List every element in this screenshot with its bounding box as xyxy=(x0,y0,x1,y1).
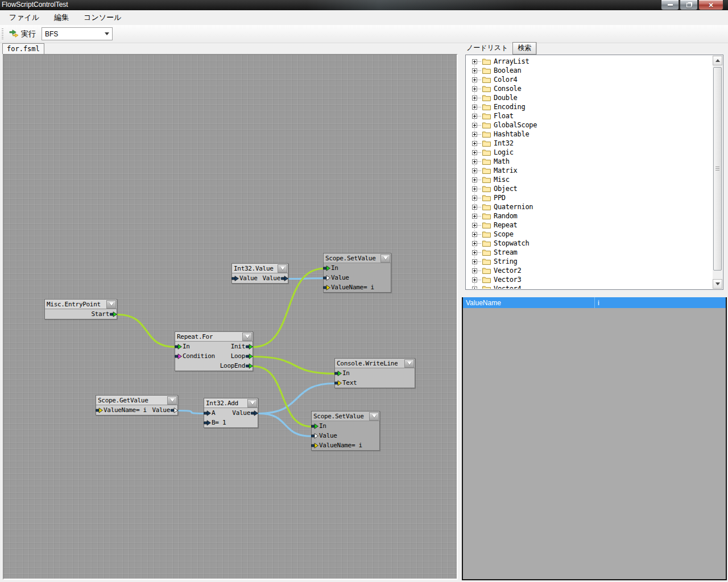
expand-plus-icon[interactable] xyxy=(472,259,477,264)
expand-plus-icon[interactable] xyxy=(472,177,477,182)
tree-item-hashtable[interactable]: Hashtable xyxy=(466,130,712,139)
output-port[interactable]: LoopEnd xyxy=(220,362,253,369)
output-port[interactable]: Value xyxy=(232,409,258,417)
node-title-bar[interactable]: Misc.EntryPoint xyxy=(45,300,117,309)
input-port[interactable]: Text xyxy=(334,379,357,386)
expand-plus-icon[interactable] xyxy=(472,241,477,246)
node-title-bar[interactable]: Scope.SetValue xyxy=(324,253,391,263)
expand-plus-icon[interactable] xyxy=(472,168,477,173)
input-port[interactable]: Condition xyxy=(175,352,215,360)
flow-node-misc-entrypoint[interactable]: Misc.EntryPointStart xyxy=(44,299,117,319)
expand-plus-icon[interactable] xyxy=(472,186,477,192)
flow-node-repeat-for[interactable]: Repeat.ForInInitConditionLoopLoopEnd xyxy=(175,331,253,371)
input-port[interactable]: B= 1 xyxy=(204,419,226,426)
output-port[interactable]: Value xyxy=(152,406,178,414)
node-title-bar[interactable]: Int32.Add xyxy=(204,398,258,408)
flow-node-scope-setvalue-bottom[interactable]: Scope.SetValueInValueValueName= i xyxy=(311,411,380,451)
expand-plus-icon[interactable] xyxy=(472,159,477,164)
expand-plus-icon[interactable] xyxy=(472,196,477,201)
tree-item-object[interactable]: Object xyxy=(466,184,712,193)
input-port[interactable]: In xyxy=(334,369,350,377)
node-title-bar[interactable]: Int32.Value xyxy=(232,264,288,273)
expand-plus-icon[interactable] xyxy=(472,68,477,73)
flow-node-scope-setvalue-top[interactable]: Scope.SetValueInValueValueName= i xyxy=(323,253,391,293)
tree-item-console[interactable]: Console xyxy=(466,84,712,93)
expand-plus-icon[interactable] xyxy=(472,77,477,82)
node-dropdown-button[interactable] xyxy=(369,412,379,421)
tree-item-stream[interactable]: Stream xyxy=(466,248,712,257)
menu-console[interactable]: コンソール xyxy=(78,10,127,25)
node-title-bar[interactable]: Console.WriteLine xyxy=(335,359,415,368)
tree-item-encoding[interactable]: Encoding xyxy=(466,102,712,111)
expand-plus-icon[interactable] xyxy=(472,141,477,146)
expand-plus-icon[interactable] xyxy=(472,59,477,64)
input-port[interactable]: Value xyxy=(311,432,337,439)
tree-item-vector4[interactable]: Vector4 xyxy=(466,284,712,289)
expand-plus-icon[interactable] xyxy=(472,277,477,282)
expand-plus-icon[interactable] xyxy=(472,205,477,210)
flow-node-int32-add[interactable]: Int32.AddAValueB= 1 xyxy=(204,398,258,428)
tab-node-list[interactable]: ノードリスト xyxy=(465,42,512,55)
node-title-bar[interactable]: Repeat.For xyxy=(175,332,253,342)
node-dropdown-button[interactable] xyxy=(278,264,287,273)
output-port[interactable]: Start xyxy=(91,310,117,318)
flow-node-console-writeline[interactable]: Console.WriteLineInText xyxy=(334,358,415,388)
scroll-up-button[interactable] xyxy=(713,56,722,65)
flow-canvas[interactable]: Misc.EntryPointStartRepeat.ForInInitCond… xyxy=(3,54,458,580)
expand-plus-icon[interactable] xyxy=(472,286,477,289)
tree-item-boolean[interactable]: Boolean xyxy=(466,66,712,75)
scrollbar-thumb[interactable] xyxy=(713,67,722,271)
expand-plus-icon[interactable] xyxy=(472,123,477,128)
input-port[interactable]: ValueName= i xyxy=(311,442,362,449)
input-port[interactable]: ValueName= i xyxy=(96,406,147,414)
tab-search[interactable]: 検索 xyxy=(512,42,536,55)
expand-plus-icon[interactable] xyxy=(472,214,477,219)
tree-item-math[interactable]: Math xyxy=(466,157,712,166)
tree-item-string[interactable]: String xyxy=(466,257,712,266)
tree-item-misc[interactable]: Misc xyxy=(466,175,712,184)
property-row-selected[interactable]: ValueName i xyxy=(463,297,726,308)
expand-plus-icon[interactable] xyxy=(472,268,477,273)
tree-item-double[interactable]: Double xyxy=(466,93,712,102)
input-port[interactable]: Value xyxy=(323,274,349,281)
close-button[interactable]: ✕ xyxy=(698,0,723,10)
input-port[interactable]: Value xyxy=(231,275,258,282)
tree-item-logic[interactable]: Logic xyxy=(466,148,712,157)
input-port[interactable]: In xyxy=(311,422,326,430)
expand-plus-icon[interactable] xyxy=(472,132,477,137)
expand-plus-icon[interactable] xyxy=(472,250,477,255)
input-port[interactable]: ValueName= i xyxy=(323,284,374,291)
node-dropdown-button[interactable] xyxy=(404,359,414,368)
node-dropdown-button[interactable] xyxy=(242,332,252,341)
tree-item-arraylist[interactable]: ArrayList xyxy=(466,57,712,66)
tab-document[interactable]: for.fsml xyxy=(2,43,44,54)
input-port[interactable]: In xyxy=(175,343,190,350)
input-port[interactable]: A xyxy=(204,409,215,417)
expand-plus-icon[interactable] xyxy=(472,232,477,237)
node-dropdown-button[interactable] xyxy=(247,399,257,408)
expand-plus-icon[interactable] xyxy=(472,223,477,228)
menu-edit[interactable]: 編集 xyxy=(48,10,75,25)
tree-scrollbar[interactable] xyxy=(713,56,722,289)
expand-plus-icon[interactable] xyxy=(472,86,477,92)
expand-plus-icon[interactable] xyxy=(472,95,477,101)
tree-item-vector2[interactable]: Vector2 xyxy=(466,266,712,275)
output-port[interactable]: Init xyxy=(231,343,253,350)
output-port[interactable]: Loop xyxy=(231,352,253,360)
tree-item-quaternion[interactable]: Quaternion xyxy=(466,202,712,211)
node-dropdown-button[interactable] xyxy=(380,254,390,263)
node-title-bar[interactable]: Scope.GetValue xyxy=(96,396,177,405)
run-button[interactable]: 実行 xyxy=(6,28,39,40)
tree-item-repeat[interactable]: Repeat xyxy=(466,221,712,230)
node-dropdown-button[interactable] xyxy=(167,396,177,405)
expand-plus-icon[interactable] xyxy=(472,150,477,155)
tree-item-scope[interactable]: Scope xyxy=(466,230,712,239)
tree-item-random[interactable]: Random xyxy=(466,211,712,221)
search-mode-select[interactable]: BFS xyxy=(42,27,113,40)
tree-item-float[interactable]: Float xyxy=(466,111,712,120)
expand-plus-icon[interactable] xyxy=(472,105,477,110)
tree-item-globalscope[interactable]: GlobalScope xyxy=(466,120,712,130)
tree-item-color4[interactable]: Color4 xyxy=(466,75,712,84)
flow-node-int32-value[interactable]: Int32.ValueValueValue xyxy=(231,263,288,284)
output-port[interactable]: Value xyxy=(262,275,288,282)
